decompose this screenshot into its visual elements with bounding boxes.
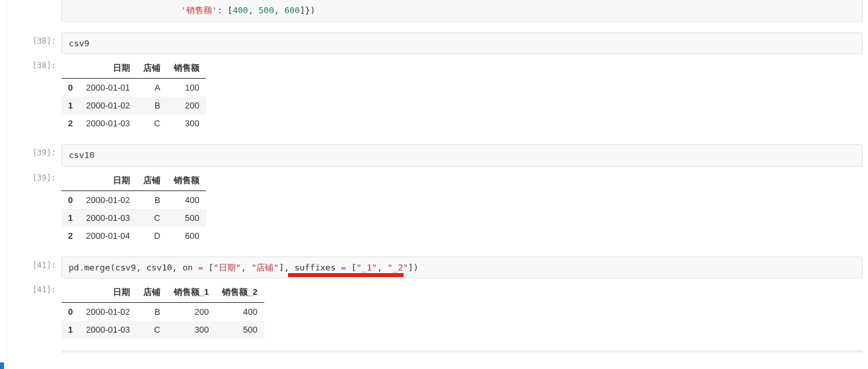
table-cell: 400: [167, 190, 206, 209]
code-token: ]}): [300, 5, 315, 15]
code-token: 500: [258, 5, 273, 15]
prompt-in-38: [38]:: [13, 32, 61, 46]
annotation-underline: [288, 273, 404, 277]
row-index: 0: [61, 303, 79, 321]
code-token: "日期": [213, 263, 241, 272]
table-row: 1 2000-01-03 C 500: [61, 209, 206, 227]
row-index: 1: [61, 97, 79, 114]
prompt-out-41: [41]:: [13, 281, 61, 294]
code-text: csv9: [69, 38, 89, 48]
code-token: merge: [84, 263, 110, 272]
code-token: ,: [377, 263, 388, 272]
table-header: 日期: [79, 58, 137, 79]
table-cell: 300: [167, 321, 215, 339]
code-text: csv10: [69, 150, 94, 160]
code-token: "店铺": [252, 263, 279, 272]
table-header: 店铺: [137, 58, 167, 79]
code-input-41[interactable]: pd.merge(csv9, csv10, on = ["日期", "店铺"],…: [61, 257, 863, 279]
code-cell-38: [38]: csv9: [13, 32, 863, 55]
table-header-row: 日期 店铺 销售额_1 销售额_2: [61, 282, 264, 303]
row-index: 2: [61, 114, 79, 132]
code-token: [: [208, 263, 213, 272]
table-row: 2 2000-01-03 C 300: [61, 114, 206, 132]
table-cell: 200: [167, 97, 206, 114]
table-row: 0 2000-01-02 B 200 400: [61, 303, 264, 321]
prompt-out-39: [39]:: [13, 169, 61, 183]
table-cell: C: [137, 321, 167, 339]
table-cell: 200: [167, 303, 215, 321]
code-token: "_2": [388, 263, 408, 272]
table-header-row: 日期 店铺 销售额: [61, 58, 206, 79]
row-index: 1: [61, 321, 79, 339]
table-header: 店铺: [137, 282, 167, 303]
output-cell-39: [39]: 日期 店铺 销售额 0 2000-01-02 B 400: [13, 169, 863, 254]
code-token: "_1": [357, 263, 377, 272]
code-token: : [: [217, 5, 233, 15]
notebook-container: '销售额': [400, 500, 600]}) [38]: csv9 [38]…: [7, 0, 868, 369]
code-cell-41: [41]: pd.merge(csv9, csv10, on = ["日期", …: [13, 257, 863, 279]
code-token: 600: [284, 5, 299, 15]
prompt-next: [13, 350, 61, 354]
table-cell: 2000-01-02: [79, 190, 137, 209]
table-cell: B: [137, 97, 167, 114]
table-cell: 500: [167, 209, 206, 227]
table-row: 1 2000-01-02 B 200: [61, 97, 206, 114]
table-header: 销售额: [167, 58, 206, 79]
code-token: pd: [69, 263, 79, 272]
table-row: 2 2000-01-04 D 600: [61, 227, 206, 245]
table-cell: 2000-01-03: [79, 209, 137, 227]
table-header: 销售额_1: [167, 282, 215, 303]
table-cell: 500: [215, 321, 264, 339]
code-token: =: [336, 263, 351, 272]
row-index: 2: [61, 227, 79, 245]
table-cell: 2000-01-03: [79, 321, 137, 339]
table-header: 销售额: [167, 171, 206, 191]
row-index: 0: [61, 79, 79, 97]
code-token: csv9: [115, 263, 135, 272]
code-cell-39: [39]: csv10: [13, 144, 863, 167]
prompt-out-38: [38]:: [13, 57, 61, 70]
table-cell: B: [137, 303, 167, 321]
code-input-39[interactable]: csv10: [61, 144, 863, 167]
code-token: ,: [274, 5, 285, 15]
table-row: 1 2000-01-03 C 300 500: [61, 321, 264, 339]
table-cell: D: [137, 227, 167, 245]
row-index: 1: [61, 209, 79, 227]
dataframe-table-csv10: 日期 店铺 销售额 0 2000-01-02 B 400 1 2000-01-0…: [61, 171, 206, 245]
code-input-38[interactable]: csv9: [61, 32, 863, 55]
table-cell: 2000-01-02: [79, 303, 137, 321]
table-cell: 400: [215, 303, 264, 321]
table-header: 日期: [79, 282, 137, 303]
table-header: [61, 171, 79, 191]
code-cell-next: [13, 350, 863, 354]
dataframe-table-csv9: 日期 店铺 销售额 0 2000-01-01 A 100 1 2000-01-0…: [61, 58, 206, 132]
table-row: 0 2000-01-02 B 400: [61, 190, 206, 209]
code-token: suffixes: [295, 263, 336, 272]
selection-indicator: [0, 362, 4, 369]
table-header: 店铺: [137, 171, 167, 191]
table-cell: 100: [167, 79, 206, 97]
output-cell-38: [38]: 日期 店铺 销售额 0 2000-01-01 A 100: [13, 57, 863, 142]
code-token: on: [182, 263, 193, 272]
table-cell: 600: [167, 227, 206, 245]
code-token: =: [193, 263, 208, 272]
code-token: ,: [284, 263, 295, 272]
code-token: ]: [279, 263, 284, 272]
prompt-top: [13, 0, 61, 4]
table-cell: C: [137, 209, 167, 227]
table-cell: 2000-01-02: [79, 97, 137, 114]
code-fragment[interactable]: '销售额': [400, 500, 600]}): [61, 0, 863, 22]
table-cell: C: [137, 114, 167, 132]
prompt-in-41: [41]:: [13, 257, 61, 270]
table-header-row: 日期 店铺 销售额: [61, 171, 206, 191]
code-token: ,: [241, 263, 252, 272]
table-header: 销售额_2: [215, 282, 264, 303]
table-cell: 300: [167, 114, 206, 132]
dataframe-table-merged: 日期 店铺 销售额_1 销售额_2 0 2000-01-02 B 200 400…: [61, 282, 264, 339]
table-cell: 2000-01-03: [79, 114, 137, 132]
code-input-next[interactable]: [61, 350, 863, 353]
table-header: 日期: [79, 171, 137, 191]
code-token: '销售额': [181, 5, 217, 15]
row-index: 0: [61, 190, 79, 209]
table-cell: 2000-01-04: [79, 227, 137, 245]
